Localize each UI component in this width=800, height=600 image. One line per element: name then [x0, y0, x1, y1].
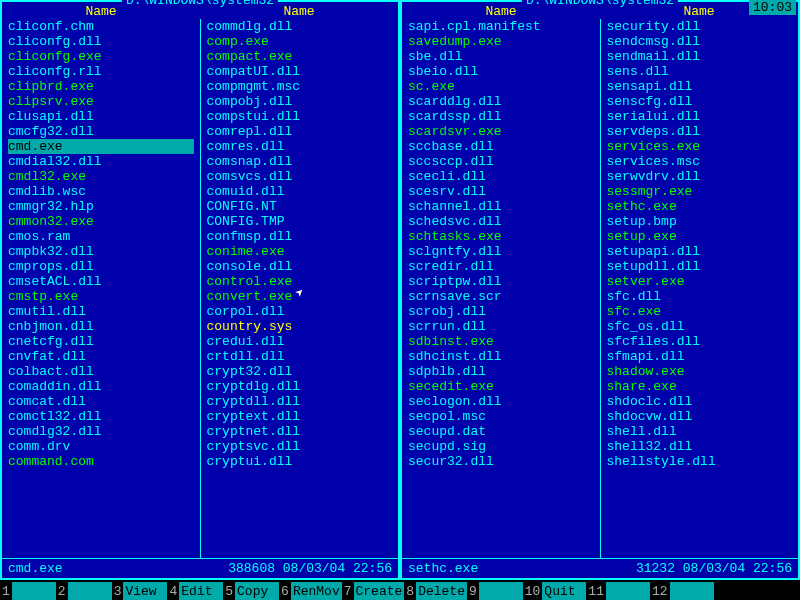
fkey-3[interactable]: 3View [112, 582, 168, 600]
file-item[interactable]: scarddlg.dll [408, 94, 594, 109]
file-item[interactable]: setupapi.dll [607, 244, 793, 259]
file-item[interactable]: shdoclc.dll [607, 394, 793, 409]
file-item[interactable]: schtasks.exe [408, 229, 594, 244]
file-item[interactable]: savedump.exe [408, 34, 594, 49]
file-item[interactable]: shellstyle.dll [607, 454, 793, 469]
file-item[interactable]: sensapi.dll [607, 79, 793, 94]
file-item[interactable]: cryptnet.dll [207, 424, 393, 439]
file-item[interactable]: comaddin.dll [8, 379, 194, 394]
file-item[interactable]: scredir.dll [408, 259, 594, 274]
file-item[interactable]: corpol.dll [207, 304, 393, 319]
fkey-8[interactable]: 8Delete [404, 582, 467, 600]
file-item[interactable]: sessmgr.exe [607, 184, 793, 199]
file-item[interactable]: comp.exe [207, 34, 393, 49]
file-item[interactable]: sdbinst.exe [408, 334, 594, 349]
file-item[interactable]: country.sys [207, 319, 393, 334]
fkey-12[interactable]: 12 [650, 582, 714, 600]
file-item[interactable]: scrnsave.scr [408, 289, 594, 304]
file-item[interactable]: CONFIG.TMP [207, 214, 393, 229]
file-item[interactable]: cliconf.chm [8, 19, 194, 34]
file-item[interactable]: sclgntfy.dll [408, 244, 594, 259]
file-item[interactable]: comrepl.dll [207, 124, 393, 139]
file-item[interactable]: sfc.exe [607, 304, 793, 319]
file-item[interactable]: colbact.dll [8, 364, 194, 379]
file-item[interactable]: secupd.dat [408, 424, 594, 439]
file-item[interactable]: secur32.dll [408, 454, 594, 469]
file-item[interactable]: cmcfg32.dll [8, 124, 194, 139]
fkey-4[interactable]: 4Edit [167, 582, 223, 600]
file-item[interactable]: cmdlib.wsc [8, 184, 194, 199]
file-item[interactable]: shell.dll [607, 424, 793, 439]
file-item[interactable]: cnvfat.dll [8, 349, 194, 364]
file-item[interactable]: comctl32.dll [8, 409, 194, 424]
file-item[interactable]: comsnap.dll [207, 154, 393, 169]
file-item[interactable]: compstui.dll [207, 109, 393, 124]
file-item[interactable]: shadow.exe [607, 364, 793, 379]
file-item[interactable]: sfcfiles.dll [607, 334, 793, 349]
file-item[interactable]: shdocvw.dll [607, 409, 793, 424]
fkey-10[interactable]: 10Quit [523, 582, 587, 600]
file-item[interactable]: shell32.dll [607, 439, 793, 454]
fkey-1[interactable]: 1 [0, 582, 56, 600]
file-item[interactable]: sccbase.dll [408, 139, 594, 154]
file-item[interactable]: setup.exe [607, 229, 793, 244]
file-item[interactable]: command.com [8, 454, 194, 469]
file-item[interactable]: cmprops.dll [8, 259, 194, 274]
file-item[interactable]: crtdll.dll [207, 349, 393, 364]
file-item[interactable]: cmdial32.dll [8, 154, 194, 169]
right-panel[interactable]: D:\WINDOWS\system3210:03NameNamesapi.cpl… [400, 0, 800, 580]
file-item[interactable]: setup.bmp [607, 214, 793, 229]
file-item[interactable]: services.msc [607, 154, 793, 169]
file-item[interactable]: cryptdlg.dll [207, 379, 393, 394]
file-item[interactable]: secedit.exe [408, 379, 594, 394]
file-item[interactable]: scecli.dll [408, 169, 594, 184]
fkey-11[interactable]: 11 [586, 582, 650, 600]
file-item[interactable]: control.exe [207, 274, 393, 289]
fkey-5[interactable]: 5Copy [223, 582, 279, 600]
file-item[interactable]: sdhcinst.dll [408, 349, 594, 364]
fkey-2[interactable]: 2 [56, 582, 112, 600]
file-item[interactable]: cmmon32.exe [8, 214, 194, 229]
file-item[interactable]: cryptsvc.dll [207, 439, 393, 454]
file-item[interactable]: comuid.dll [207, 184, 393, 199]
file-item[interactable]: security.dll [607, 19, 793, 34]
file-item[interactable]: sfc_os.dll [607, 319, 793, 334]
fkey-9[interactable]: 9 [467, 582, 523, 600]
file-item[interactable]: servdeps.dll [607, 124, 793, 139]
file-item[interactable]: cmd.exe [8, 139, 194, 154]
file-item[interactable]: sens.dll [607, 64, 793, 79]
file-item[interactable]: cliconfg.dll [8, 34, 194, 49]
file-item[interactable]: crypt32.dll [207, 364, 393, 379]
file-item[interactable]: compact.exe [207, 49, 393, 64]
file-item[interactable]: sdpblb.dll [408, 364, 594, 379]
file-item[interactable]: serwvdrv.dll [607, 169, 793, 184]
file-item[interactable]: senscfg.dll [607, 94, 793, 109]
file-item[interactable]: clusapi.dll [8, 109, 194, 124]
file-item[interactable]: sendcmsg.dll [607, 34, 793, 49]
file-item[interactable]: cliconfg.exe [8, 49, 194, 64]
file-item[interactable]: CONFIG.NT [207, 199, 393, 214]
file-item[interactable]: comsvcs.dll [207, 169, 393, 184]
file-item[interactable]: cmpbk32.dll [8, 244, 194, 259]
file-item[interactable]: cmstp.exe [8, 289, 194, 304]
file-item[interactable]: cnbjmon.dll [8, 319, 194, 334]
file-item[interactable]: schannel.dll [408, 199, 594, 214]
file-item[interactable]: cmmgr32.hlp [8, 199, 194, 214]
file-item[interactable]: cliconfg.rll [8, 64, 194, 79]
file-item[interactable]: scardsvr.exe [408, 124, 594, 139]
file-item[interactable]: share.exe [607, 379, 793, 394]
file-item[interactable]: cmsetACL.dll [8, 274, 194, 289]
file-item[interactable]: cryptdll.dll [207, 394, 393, 409]
file-item[interactable]: scrobj.dll [408, 304, 594, 319]
fkey-6[interactable]: 6RenMov [279, 582, 342, 600]
file-item[interactable]: sapi.cpl.manifest [408, 19, 594, 34]
file-item[interactable]: commdlg.dll [207, 19, 393, 34]
file-item[interactable]: services.exe [607, 139, 793, 154]
file-item[interactable]: conime.exe [207, 244, 393, 259]
file-item[interactable]: sfc.dll [607, 289, 793, 304]
file-item[interactable]: cnetcfg.dll [8, 334, 194, 349]
file-item[interactable]: sc.exe [408, 79, 594, 94]
file-item[interactable]: credui.dll [207, 334, 393, 349]
file-item[interactable]: scriptpw.dll [408, 274, 594, 289]
file-item[interactable]: comcat.dll [8, 394, 194, 409]
